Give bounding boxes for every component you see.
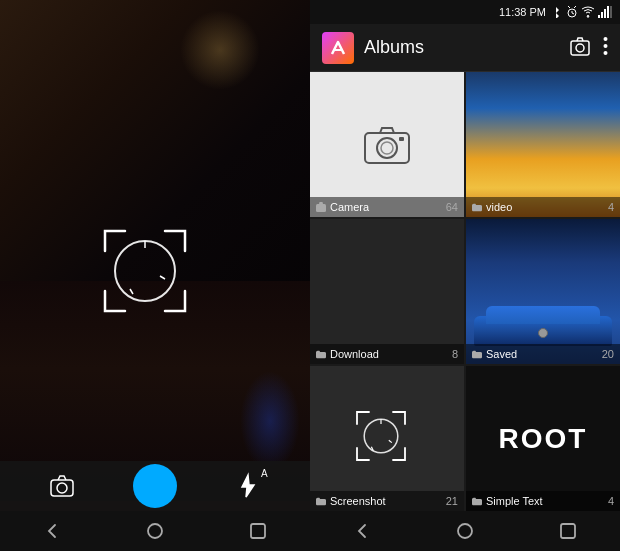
albums-panel: 11:38 PM Albums [310, 0, 620, 551]
svg-rect-30 [561, 524, 575, 538]
svg-point-17 [604, 37, 608, 41]
focus-ring [95, 221, 195, 321]
app-logo-icon [328, 38, 348, 58]
folder-icon-video [472, 202, 482, 212]
album-name-row-video: video [472, 201, 512, 213]
album-info-camera: Camera 64 [310, 197, 464, 217]
svg-line-2 [160, 276, 165, 279]
svg-rect-10 [601, 12, 603, 18]
overflow-menu-button[interactable] [603, 36, 608, 60]
app-logo [322, 32, 354, 64]
signal-icon [598, 6, 612, 18]
right-navigation-bar [310, 511, 620, 551]
room-light [180, 10, 260, 90]
flash-button[interactable]: A [234, 472, 262, 500]
root-text: ROOT [499, 423, 588, 455]
shutter-button[interactable] [133, 464, 177, 508]
album-name-row-saved: Saved [472, 348, 517, 360]
album-item-camera[interactable]: Camera 64 [310, 72, 464, 217]
download-thumbnail [310, 219, 464, 364]
folder-icon-download [316, 349, 326, 359]
svg-rect-7 [251, 524, 265, 538]
status-bar: 11:38 PM [310, 0, 620, 24]
album-info-video: video 4 [466, 197, 620, 217]
svg-point-25 [364, 419, 398, 453]
right-recents-button[interactable] [548, 511, 588, 551]
album-name-row-camera: Camera [316, 201, 369, 213]
album-name-row-download: Download [316, 348, 379, 360]
album-name-screenshot: Screenshot [330, 495, 386, 507]
album-info-screenshot: Screenshot 21 [310, 491, 464, 511]
svg-point-5 [57, 483, 67, 493]
folder-icon-simple-text [472, 496, 482, 506]
svg-rect-15 [571, 41, 589, 55]
album-count-screenshot: 21 [446, 495, 458, 507]
folder-icon-screenshot [316, 496, 326, 506]
album-count-simple-text: 4 [608, 495, 614, 507]
album-name-row-simple-text: Simple Text [472, 495, 543, 507]
saved-thumbnail [466, 219, 620, 364]
svg-point-21 [377, 138, 397, 158]
album-item-screenshot[interactable]: Screenshot 21 [310, 366, 464, 511]
album-info-simple-text: Simple Text 4 [466, 491, 620, 511]
app-bar-actions [569, 35, 608, 61]
svg-point-6 [148, 524, 162, 538]
album-name-camera: Camera [330, 201, 369, 213]
home-button[interactable] [135, 511, 175, 551]
alarm-icon [566, 6, 578, 18]
back-button[interactable] [32, 511, 72, 551]
svg-rect-9 [598, 15, 600, 18]
album-item-download[interactable]: Download 8 [310, 219, 464, 364]
album-count-video: 4 [608, 201, 614, 213]
simple-text-thumbnail: ROOT [466, 366, 620, 511]
room-blue-light [240, 371, 300, 471]
svg-point-0 [115, 241, 175, 301]
svg-point-29 [458, 524, 472, 538]
overflow-menu-icon [603, 36, 608, 56]
album-count-download: 8 [452, 348, 458, 360]
camera-switch-button[interactable] [48, 472, 76, 500]
bluetooth-icon [550, 6, 562, 18]
recents-button[interactable] [238, 511, 278, 551]
album-camera-thumbnail-icon [363, 125, 411, 165]
right-home-button[interactable] [445, 511, 485, 551]
screenshot-thumbnail-ring [351, 406, 411, 466]
camera-toolbar: A [0, 461, 310, 511]
album-item-saved[interactable]: Saved 20 [466, 219, 620, 364]
svg-rect-24 [316, 204, 326, 212]
album-name-download: Download [330, 348, 379, 360]
app-bar: Albums [310, 24, 620, 72]
svg-point-19 [604, 51, 608, 55]
album-name-video: video [486, 201, 512, 213]
svg-point-22 [381, 142, 393, 154]
status-time: 11:38 PM [499, 6, 546, 18]
camera-small-icon [316, 202, 326, 212]
svg-rect-13 [610, 6, 612, 18]
camera-viewfinder: A [0, 0, 310, 551]
folder-icon-saved [472, 349, 482, 359]
flash-indicator: A [261, 468, 268, 479]
svg-rect-12 [607, 6, 609, 18]
album-item-video[interactable]: video 4 [466, 72, 620, 217]
svg-point-16 [576, 44, 584, 52]
left-navigation-bar [0, 511, 310, 551]
app-title: Albums [364, 37, 559, 58]
svg-line-3 [130, 289, 133, 294]
album-grid: Camera 64 video 4 [310, 72, 620, 511]
svg-point-18 [604, 44, 608, 48]
album-count-saved: 20 [602, 348, 614, 360]
svg-rect-23 [399, 137, 404, 141]
camera-action-icon [569, 35, 591, 57]
album-info-saved: Saved 20 [466, 344, 620, 364]
album-info-download: Download 8 [310, 344, 464, 364]
wifi-icon [582, 6, 594, 18]
album-name-row-screenshot: Screenshot [316, 495, 386, 507]
album-item-simple-text[interactable]: ROOT Simple Text 4 [466, 366, 620, 511]
album-count-camera: 64 [446, 201, 458, 213]
video-thumbnail [466, 72, 620, 217]
camera-action-button[interactable] [569, 35, 591, 61]
svg-line-27 [389, 440, 392, 442]
car-roof-shape [486, 306, 600, 324]
svg-rect-11 [604, 9, 606, 18]
right-back-button[interactable] [342, 511, 382, 551]
